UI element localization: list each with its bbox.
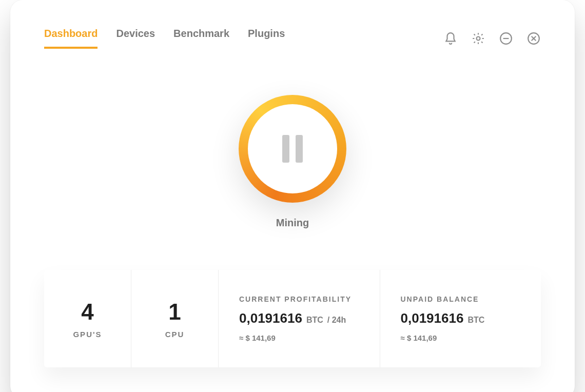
profitability-value: 0,0191616: [239, 310, 302, 326]
balance-approx: ≈ $ 141,69: [401, 334, 521, 342]
balance-value: 0,0191616: [401, 310, 464, 326]
stat-card-balance: UNPAID BALANCE 0,0191616 BTC ≈ $ 141,69: [380, 270, 541, 367]
balance-unit: BTC: [467, 316, 484, 325]
gpu-count: 4: [81, 299, 93, 325]
stat-card-cpu: 1 CPU: [131, 270, 219, 367]
profitability-suffix: / 24h: [327, 316, 346, 325]
cpu-count: 1: [168, 299, 181, 325]
mining-toggle-button[interactable]: [239, 95, 346, 203]
svg-point-0: [477, 36, 480, 40]
profitability-value-row: 0,0191616 BTC / 24h: [239, 310, 359, 326]
app-window: Dashboard Devices Benchmark Plugins: [10, 0, 575, 392]
pause-icon: [282, 135, 303, 163]
minimize-icon[interactable]: [499, 31, 513, 46]
gear-icon[interactable]: [471, 31, 485, 46]
stats-row: 4 GPU'S 1 CPU CURRENT PROFITABILITY 0,01…: [44, 270, 541, 367]
tab-benchmark[interactable]: Benchmark: [173, 28, 229, 49]
gpu-label: GPU'S: [73, 330, 102, 339]
stat-card-profitability: CURRENT PROFITABILITY 0,0191616 BTC / 24…: [219, 270, 380, 367]
toolbar-icons: [443, 31, 541, 46]
cpu-label: CPU: [165, 330, 185, 339]
balance-title: UNPAID BALANCE: [401, 295, 521, 303]
balance-value-row: 0,0191616 BTC: [401, 310, 521, 326]
close-icon[interactable]: [526, 31, 541, 46]
mining-button-inner: [248, 104, 337, 193]
stat-card-gpu: 4 GPU'S: [44, 270, 131, 367]
nav-tabs: Dashboard Devices Benchmark Plugins: [44, 28, 285, 49]
tab-dashboard[interactable]: Dashboard: [44, 28, 98, 49]
bell-icon[interactable]: [443, 31, 458, 46]
topbar: Dashboard Devices Benchmark Plugins: [10, 0, 575, 49]
mining-status-label: Mining: [276, 217, 309, 229]
profitability-unit: BTC: [306, 316, 323, 325]
tab-plugins[interactable]: Plugins: [248, 28, 285, 49]
tab-devices[interactable]: Devices: [116, 28, 155, 49]
mining-control-area: Mining: [10, 95, 575, 229]
profitability-title: CURRENT PROFITABILITY: [239, 295, 359, 303]
profitability-approx: ≈ $ 141,69: [239, 334, 359, 342]
